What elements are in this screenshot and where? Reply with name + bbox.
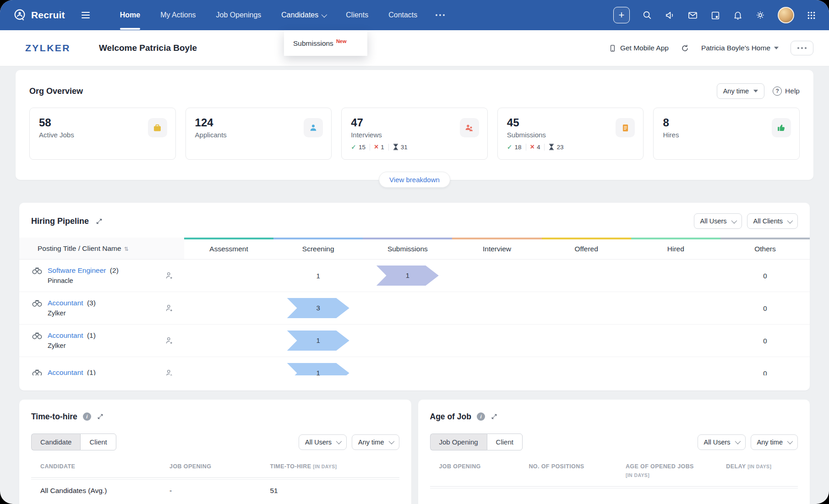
zylker-logo[interactable]: ZYLKER <box>25 43 71 54</box>
recruit-logo <box>13 8 27 22</box>
add-person-icon[interactable] <box>165 303 174 313</box>
job-posting-link[interactable]: Accountant <box>48 331 83 339</box>
primary-nav: Home My Actions Job Openings Candidates … <box>110 0 453 30</box>
pipeline-users-filter[interactable]: All Users <box>694 213 742 229</box>
nav-tab-home[interactable]: Home <box>110 0 150 30</box>
recruit-brand[interactable]: Recruit <box>13 8 65 22</box>
column-screening[interactable]: Screening <box>273 238 363 259</box>
tth-users-filter[interactable]: All Users <box>299 434 347 450</box>
tab-candidate[interactable]: Candidate <box>31 434 80 450</box>
header-more-button[interactable] <box>791 41 813 55</box>
tab-client[interactable]: Client <box>80 434 116 450</box>
user-avatar[interactable] <box>778 7 794 23</box>
job-posting-link[interactable]: Software Engineer <box>48 266 106 274</box>
client-name: Pinnacle <box>48 276 119 286</box>
chevron-down-icon <box>731 217 737 223</box>
column-posting-title[interactable]: Posting Title / Client Name⇅ <box>19 238 184 259</box>
expand-icon[interactable] <box>97 413 104 420</box>
chevron-down-icon <box>787 439 793 444</box>
expand-icon[interactable] <box>491 413 498 420</box>
gear-icon[interactable] <box>755 10 765 20</box>
people-icon <box>460 118 479 137</box>
tth-time-filter[interactable]: Any time <box>352 434 399 450</box>
bell-icon[interactable] <box>733 10 743 20</box>
sort-icon[interactable]: ⇅ <box>124 246 129 252</box>
add-person-icon[interactable] <box>165 271 174 280</box>
stat-card-active-jobs[interactable]: 58 Active Jobs <box>29 108 176 160</box>
chevron-down-icon <box>388 439 394 444</box>
age-of-job-panel: Age of Job i Job Opening Client All User… <box>418 400 810 504</box>
col-delay: DELAY [IN DAYS] <box>726 462 798 480</box>
nav-tab-my-actions[interactable]: My Actions <box>150 0 206 30</box>
nav-tab-clients[interactable]: Clients <box>336 0 378 30</box>
hamburger-icon[interactable] <box>82 12 90 18</box>
column-others[interactable]: Others <box>720 238 810 259</box>
cell-others[interactable]: 0 <box>720 304 810 312</box>
nav-tab-candidates[interactable]: Candidates <box>271 0 336 30</box>
interview-substats: ✓15 ×1 31 <box>351 143 478 151</box>
nav-tab-contacts[interactable]: Contacts <box>378 0 427 30</box>
new-badge: New <box>336 38 347 44</box>
add-person-icon[interactable] <box>165 336 174 345</box>
pipeline-clients-filter[interactable]: All Clients <box>747 213 798 229</box>
org-time-filter[interactable]: Any time <box>717 83 764 99</box>
info-icon[interactable]: i <box>477 412 485 421</box>
tab-client[interactable]: Client <box>487 434 523 450</box>
hourglass-icon <box>393 144 398 150</box>
pipeline-table: Posting Title / Client Name⇅ Assessment … <box>19 238 810 375</box>
job-posting-link[interactable]: Accountant <box>48 369 83 375</box>
calendar-icon[interactable] <box>710 10 720 20</box>
stat-card-submissions[interactable]: 45 Submissions ✓18 ×4 <box>497 108 644 160</box>
mail-icon[interactable] <box>687 10 698 21</box>
cell-screening[interactable]: 1 <box>273 331 363 351</box>
caret-down-icon <box>753 90 758 92</box>
cell-screening[interactable]: 1 <box>273 272 363 280</box>
binoculars-icon[interactable] <box>31 298 43 308</box>
info-icon[interactable]: i <box>83 412 91 421</box>
refresh-icon[interactable] <box>681 44 689 53</box>
client-name: Zylker <box>48 309 96 318</box>
menu-item-submissions[interactable]: SubmissionsNew <box>293 38 358 48</box>
get-mobile-app-link[interactable]: Get Mobile App <box>609 44 669 52</box>
col-candidate: CANDIDATE <box>40 462 169 471</box>
workspace-selector[interactable]: Patricia Boyle's Home <box>701 44 779 52</box>
briefcase-icon <box>148 118 167 137</box>
nav-more-icon[interactable] <box>427 14 453 16</box>
aoj-time-filter[interactable]: Any time <box>751 434 798 450</box>
apps-grid-icon[interactable] <box>807 11 816 20</box>
stat-card-interviews[interactable]: 47 Interviews ✓15 ×1 <box>341 108 488 160</box>
stat-card-hires[interactable]: 8 Hires <box>653 108 800 160</box>
cell-submissions[interactable]: 1 <box>363 266 452 286</box>
column-submissions[interactable]: Submissions <box>363 238 452 259</box>
aoj-users-filter[interactable]: All Users <box>698 434 746 450</box>
cell-others[interactable]: 0 <box>720 272 810 280</box>
cell-others[interactable]: 0 <box>720 369 810 376</box>
expand-icon[interactable] <box>95 217 103 225</box>
column-assessment[interactable]: Assessment <box>184 238 273 259</box>
view-breakdown-button[interactable]: View breakdown <box>379 172 450 188</box>
quick-add-button[interactable]: + <box>613 7 630 23</box>
tab-job-opening[interactable]: Job Opening <box>430 434 487 450</box>
column-hired[interactable]: Hired <box>631 238 720 259</box>
stat-card-applicants[interactable]: 124 Applicants <box>185 108 332 160</box>
cell-screening[interactable]: 1 <box>273 363 363 375</box>
column-offered[interactable]: Offered <box>542 238 631 259</box>
help-link[interactable]: ? Help <box>773 87 800 96</box>
binoculars-icon[interactable] <box>31 266 43 275</box>
col-positions: NO. OF POSITIONS <box>529 462 626 480</box>
stage-arrow: 1 <box>287 363 349 375</box>
cell-others[interactable]: 0 <box>720 337 810 345</box>
pipeline-table-header: Posting Title / Client Name⇅ Assessment … <box>19 238 810 260</box>
cell-screening[interactable]: 3 <box>273 298 363 318</box>
time-to-hire-panel: Time-to-hire i Candidate Client All User… <box>19 400 411 504</box>
cross-icon: × <box>374 143 378 151</box>
search-icon[interactable] <box>642 10 652 20</box>
column-interview[interactable]: Interview <box>452 238 541 259</box>
binoculars-icon[interactable] <box>31 331 43 340</box>
announcement-icon[interactable] <box>665 10 675 21</box>
job-posting-link[interactable]: Accountant <box>48 299 83 307</box>
table-row[interactable]: All Candidates (Avg.) - 51 <box>31 480 399 502</box>
add-person-icon[interactable] <box>165 369 174 375</box>
nav-tab-job-openings[interactable]: Job Openings <box>206 0 272 30</box>
binoculars-icon[interactable] <box>31 368 43 375</box>
